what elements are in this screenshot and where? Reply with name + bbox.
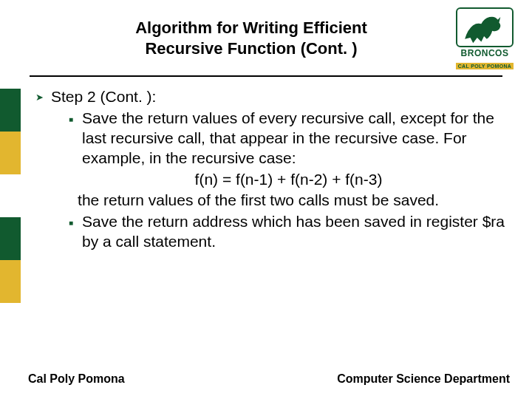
footer-right: Computer Science Department <box>337 372 510 386</box>
bullet-1b: the return values of the first two calls… <box>78 191 510 211</box>
slide-footer: Cal Poly Pomona Computer Science Departm… <box>28 372 510 386</box>
footer-left: Cal Poly Pomona <box>28 372 125 386</box>
title-line-2: Recursive Function (Cont. ) <box>145 39 357 58</box>
horse-icon <box>456 7 514 47</box>
bullet-icon: ■ <box>69 212 73 252</box>
chevron-icon: ➤ <box>35 87 44 252</box>
formula-text: f(n) = f(n-1) + f(n-2) + f(n-3) <box>67 170 510 190</box>
logo-name: BRONCOS <box>451 49 519 58</box>
bullet-icon: ■ <box>69 109 73 211</box>
step-heading: Step 2 (Cont. ): <box>51 87 510 107</box>
broncos-logo: BRONCOS CAL POLY POMONA <box>451 7 519 71</box>
bullet-1a: Save the return values of every recursiv… <box>82 109 494 166</box>
slide-title: Algorithm for Writing Efficient Recursiv… <box>59 18 443 58</box>
bullet-2: Save the return address which has been s… <box>82 212 510 252</box>
title-line-1: Algorithm for Writing Efficient <box>135 18 367 37</box>
slide-header: Algorithm for Writing Efficient Recursiv… <box>59 18 443 58</box>
decorative-sidebar <box>0 89 21 303</box>
header-divider <box>30 75 502 77</box>
slide-body: ➤ Step 2 (Cont. ): ■ Save the return val… <box>35 87 510 252</box>
logo-subname: CAL POLY POMONA <box>456 63 514 69</box>
